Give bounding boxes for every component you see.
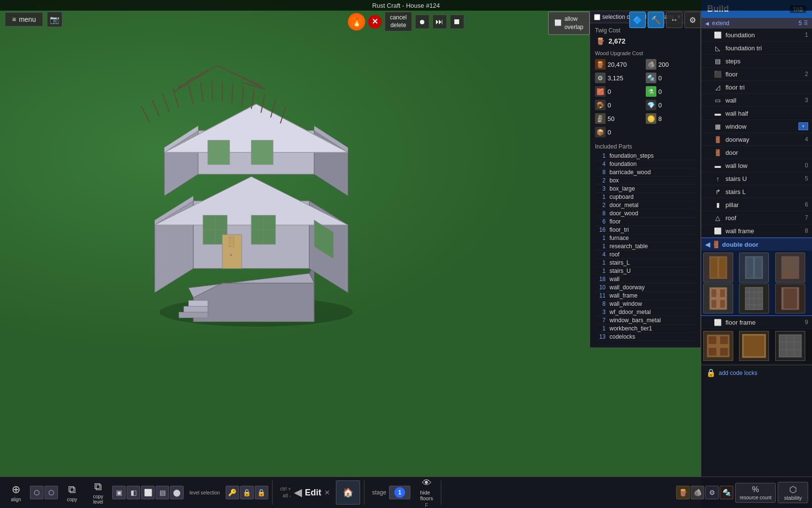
wall-frame-icon: ⬜ (713, 226, 723, 236)
build-item-pillar[interactable]: ▮ pillar 6 (701, 198, 812, 211)
extend-label: extend (712, 20, 729, 27)
floor-variant-3[interactable] (775, 331, 805, 361)
build-item-window[interactable]: ▦ window ▼ (701, 120, 812, 133)
stability-button[interactable]: ⬡ stability (778, 482, 808, 503)
copy-icon: ⧉ (68, 483, 76, 496)
resource-icon-2[interactable]: 🪨 (691, 486, 704, 499)
chevron-left-dd-icon: ◀ (705, 241, 710, 248)
svg-marker-1 (193, 283, 314, 322)
fast-forward-button[interactable]: ⏭ (432, 15, 447, 29)
align-button[interactable]: ⊕ align (4, 481, 28, 505)
window-icon: ▦ (713, 121, 723, 131)
foundation-icon: ⬜ (713, 30, 723, 40)
door-variants-grid (701, 251, 812, 315)
stage-number: 1 (394, 487, 405, 498)
house-viewport[interactable] (48, 39, 459, 353)
door-variant-3[interactable] (775, 253, 805, 283)
stage-mode-icon[interactable]: 🏠 (336, 480, 360, 505)
floor-label: floor (725, 71, 738, 78)
build-item-roof[interactable]: △ roof 7 (701, 211, 812, 224)
level-icon-5[interactable]: ⬤ (170, 486, 184, 499)
resource-cloth: 🧱 0 (595, 85, 645, 98)
copy-level-button[interactable]: ⧉ copylevel (86, 478, 110, 507)
resource-count-button[interactable]: % resource count (735, 483, 776, 503)
floor-variant-2[interactable] (739, 331, 769, 361)
svg-line-35 (188, 85, 193, 104)
part-workbench: 1 workbench_tier1 (595, 325, 696, 333)
lock-icon: 🔒 (706, 368, 716, 377)
build-item-floor[interactable]: ⬛ floor 2 (701, 68, 812, 81)
edit-prev-button[interactable]: ◀ (294, 486, 302, 499)
window-dropdown[interactable]: ▼ (798, 122, 808, 130)
menu-button[interactable]: ≡ menu (5, 12, 43, 27)
resource-icon-1[interactable]: 🪵 (676, 486, 690, 499)
record-button[interactable]: ⏺ (415, 15, 429, 29)
pillar-count: 6 (798, 201, 808, 208)
floor-variant-1[interactable] (703, 331, 733, 361)
build-item-floor-tri[interactable]: ◿ floor tri (701, 81, 812, 94)
door-variant-2[interactable] (739, 253, 769, 283)
level-icon-1[interactable]: ▣ (112, 486, 126, 499)
pillar-label: pillar (725, 201, 739, 209)
3d-icon-1[interactable]: ⬡ (30, 486, 44, 499)
cancel-delete-label[interactable]: cancel delete (385, 12, 412, 31)
build-item-foundation-tri[interactable]: ◺ foundation tri (701, 42, 812, 55)
svg-rect-81 (709, 348, 716, 356)
build-item-door[interactable]: 🚪 door (701, 146, 812, 159)
build-item-wall-half[interactable]: ▬ wall half (701, 107, 812, 120)
edit-close-button[interactable]: ✕ (324, 489, 330, 496)
build-item-wall[interactable]: ▭ wall 3 (701, 94, 812, 107)
allow-overlap-label: allowoverlap (565, 15, 583, 31)
build-tool-button[interactable]: 🔨 (648, 12, 664, 28)
svg-rect-82 (720, 348, 728, 356)
double-door-header[interactable]: ◀ 🚪 double door (701, 238, 812, 251)
door-variant-5[interactable] (739, 284, 769, 314)
build-item-stairs-l[interactable]: ↱ stairs L (701, 185, 812, 198)
hqm-icon: ⚗ (646, 86, 656, 97)
build-item-steps[interactable]: ▤ steps (701, 55, 812, 68)
build-item-stairs-u[interactable]: ↑ stairs U 5 (701, 172, 812, 185)
roof-label: roof (725, 214, 736, 222)
copy-button[interactable]: ⧉ copy (60, 481, 84, 505)
resource-icon-4[interactable]: 🔩 (720, 486, 733, 499)
wall-half-label: wall half (725, 110, 748, 117)
allow-overlap-button[interactable]: ⬜ allowoverlap (548, 12, 590, 35)
build-item-floor-frame[interactable]: ⬜ floor frame 9 (701, 316, 812, 329)
add-code-locks-button[interactable]: 🔒 add code locks (701, 365, 812, 380)
edit-label: Edit (305, 488, 321, 498)
select-tool-button[interactable]: 🔷 (629, 12, 646, 28)
edit-mode-icon-1[interactable]: 🔑 (226, 486, 239, 499)
selection-only-input[interactable] (594, 14, 600, 20)
part-wall-doorway: 10 wall_doorway (595, 284, 696, 292)
divider-1 (272, 480, 273, 505)
camera-button[interactable]: 📷 (47, 12, 62, 27)
door-variant-4[interactable] (703, 284, 733, 314)
door-variant-1[interactable] (703, 253, 733, 283)
rotate-tool-button[interactable]: ↔ (666, 12, 682, 28)
scrap-icon: 🔩 (646, 73, 656, 83)
edit-mode-icon-3[interactable]: 🔒 (255, 486, 268, 499)
roof-icon: △ (713, 213, 723, 223)
3d-icon-2[interactable]: ⬡ (44, 486, 58, 499)
build-item-wall-low[interactable]: ▬ wall low 0 (701, 159, 812, 172)
svg-rect-83 (743, 335, 765, 357)
hide-floors-button[interactable]: 👁 hidefloors F (416, 477, 437, 508)
stop-button[interactable]: ⏹ (450, 15, 464, 29)
pillar-icon: ▮ (713, 200, 723, 209)
settings-tool-button[interactable]: ⚙ (684, 12, 701, 28)
stairs-u-label: stairs U (725, 175, 747, 182)
build-item-wall-frame[interactable]: ⬜ wall frame 8 (701, 224, 812, 238)
resource-icon-3[interactable]: ⚙ (705, 486, 719, 499)
build-item-foundation[interactable]: ⬜ foundation 1 (701, 29, 812, 42)
level-icon-3[interactable]: ⬜ (141, 486, 155, 499)
menu-label: menu (19, 15, 36, 23)
foundation-tri-label: foundation tri (725, 45, 762, 52)
cancel-delete-button[interactable]: ✕ (368, 15, 382, 29)
level-icon-4[interactable]: ▤ (156, 486, 169, 499)
metal-value: 3,125 (608, 75, 624, 82)
level-icon-2[interactable]: ◧ (127, 486, 140, 499)
edit-mode-icon-2[interactable]: 🔒 (240, 486, 254, 499)
door-variant-6[interactable] (775, 284, 805, 314)
svg-rect-20 (230, 254, 232, 256)
build-item-doorway[interactable]: 🚪 doorway 4 (701, 133, 812, 146)
